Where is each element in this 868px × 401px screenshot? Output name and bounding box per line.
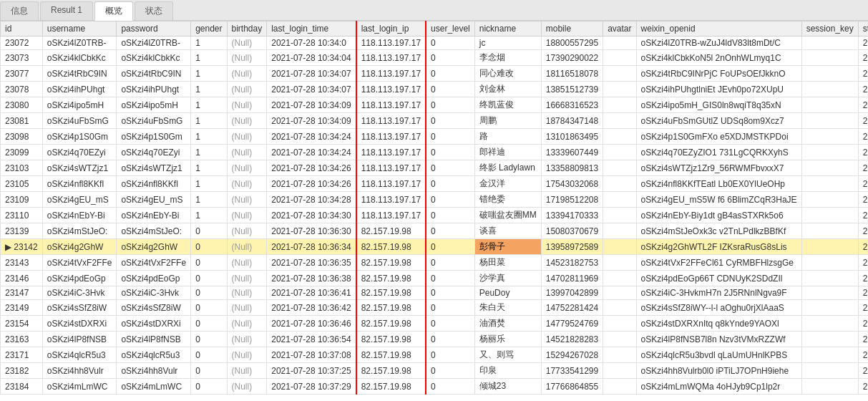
col-header-gender: gender <box>191 21 227 37</box>
cell-status: 2 <box>858 286 868 300</box>
cell-username: oSKzi4q70EZyi <box>42 145 117 160</box>
cell-birthday: (Null) <box>227 145 267 160</box>
cell-username: oSKzi4pdEoGp <box>42 271 117 286</box>
table-row[interactable]: 23081oSKzi4uFbSmGoSKzi4uFbSmG1(Null)2021… <box>1 113 869 129</box>
cell-last_login_time: 2021-07-28 10:37:29 <box>267 379 356 395</box>
cell-username: oSKzi4tRbC9IN <box>42 66 117 82</box>
table-row[interactable]: 23184oSKzi4mLmWCoSKzi4mLmWC0(Null)2021-0… <box>1 379 869 395</box>
cell-user_level: 0 <box>426 332 474 347</box>
cell-user_level: 0 <box>426 223 474 239</box>
cell-avatar <box>603 82 636 97</box>
cell-birthday: (Null) <box>227 363 267 379</box>
table-row[interactable]: 23146oSKzi4pdEoGpoSKzi4pdEoGp0(Null)2021… <box>1 271 869 286</box>
cell-gender: 1 <box>191 192 227 208</box>
cell-last_login_time: 2021-07-28 10:34:07 <box>267 82 356 97</box>
cell-last_login_ip: 118.113.197.17 <box>356 66 426 82</box>
cell-username: oSKzi4nfl8KKfl <box>42 176 117 192</box>
table-row[interactable]: 23105oSKzi4nfl8KKfloSKzi4nfl8KKfl1(Null)… <box>1 176 869 192</box>
table-row[interactable]: 23147oSKzi4iC-3HvkoSKzi4iC-3Hvk0(Null)20… <box>1 286 869 300</box>
cell-user_level: 0 <box>426 255 474 271</box>
cell-weixin_openid: oSKzi4hh8Vulrb0l0 iPTiLJ7OPnH9iehe <box>636 363 801 379</box>
cell-user_level: 0 <box>426 300 474 316</box>
cell-password: oSKzi4hh8Vulr <box>117 363 191 379</box>
cell-last_login_time: 2021-07-28 10:34:28 <box>267 192 356 208</box>
cell-last_login_ip: 118.113.197.17 <box>356 97 426 113</box>
cell-avatar <box>603 129 636 145</box>
cell-password: oSKzi4stDXRXi <box>117 316 191 332</box>
cell-avatar <box>603 332 636 347</box>
cell-username: oSKzi4lP8fNSB <box>42 332 117 347</box>
table-row[interactable]: 23077oSKzi4tRbC9INoSKzi4tRbC9IN1(Null)20… <box>1 66 869 82</box>
cell-id: 23109 <box>1 192 43 208</box>
cell-birthday: (Null) <box>227 316 267 332</box>
cell-weixin_openid: oSKzi4nEbY-Biy1dt gB4asSTXRk5o6 <box>636 208 801 223</box>
cell-nickname: 谈喜 <box>474 223 541 239</box>
tab-状态[interactable]: 状态 <box>135 1 173 20</box>
cell-gender: 1 <box>191 160 227 176</box>
cell-avatar <box>603 223 636 239</box>
table-row[interactable]: 23080oSKzi4ipo5mHoSKzi4ipo5mH1(Null)2021… <box>1 97 869 113</box>
table-row[interactable]: 23182oSKzi4hh8VulroSKzi4hh8Vulr0(Null)20… <box>1 363 869 379</box>
cell-status: 2 <box>858 82 868 97</box>
cell-username: oSKzi4qlcR5u3 <box>42 347 117 363</box>
cell-id: 23072 <box>1 37 43 50</box>
table-row[interactable]: 23072oSKzi4lZ0TRB-oSKzi4lZ0TRB-1(Null)20… <box>1 37 869 50</box>
cell-id: 23182 <box>1 363 43 379</box>
cell-username: oSKzi4klCbkKc <box>42 50 117 66</box>
table-row[interactable]: 23149oSKzi4sSfZ8iWoSKzi4sSfZ8iW0(Null)20… <box>1 300 869 316</box>
cell-weixin_openid: oSKzi4stDXRXnItq q8kYnde9YAOXl <box>636 316 801 332</box>
cell-gender: 0 <box>191 300 227 316</box>
table-row[interactable]: 23078oSKzi4ihPUhgtoSKzi4ihPUhgt1(Null)20… <box>1 82 869 97</box>
col-header-weixin_openid: weixin_openid <box>636 21 801 37</box>
cell-mobile: 17733541299 <box>541 363 603 379</box>
cell-weixin_openid: oSKzi4lZ0TRB-wZuJ4ldV83lt8mDt/C <box>636 37 801 50</box>
cell-id: 23105 <box>1 176 43 192</box>
cell-id: 23142 <box>1 239 43 255</box>
cell-password: oSKzi4ihPUhgt <box>117 82 191 97</box>
cell-nickname: 杨丽乐 <box>474 332 541 347</box>
table-row[interactable]: 23099oSKzi4q70EZyioSKzi4q70EZyi1(Null)20… <box>1 145 869 160</box>
cell-username: oSKzi4ihPUhgt <box>42 82 117 97</box>
table-row[interactable]: 23163oSKzi4lP8fNSBoSKzi4lP8fNSB0(Null)20… <box>1 332 869 347</box>
table-row[interactable]: 23154oSKzi4stDXRXioSKzi4stDXRXi0(Null)20… <box>1 316 869 332</box>
cell-avatar <box>603 97 636 113</box>
table-row[interactable]: 23110oSKzi4nEbY-BioSKzi4nEbY-Bi1(Null)20… <box>1 208 869 223</box>
cell-gender: 1 <box>191 82 227 97</box>
cell-status: 2 <box>858 97 868 113</box>
cell-birthday: (Null) <box>227 113 267 129</box>
cell-id: 23077 <box>1 66 43 82</box>
table-row[interactable]: 23142oSKzi4g2GhWoSKzi4g2GhW0(Null)2021-0… <box>1 239 869 255</box>
cell-session_key <box>801 271 858 286</box>
cell-last_login_ip: 118.113.197.17 <box>356 192 426 208</box>
tab-信息[interactable]: 信息 <box>0 1 39 20</box>
cell-user_level: 0 <box>426 160 474 176</box>
cell-password: oSKzi4nfl8KKfl <box>117 176 191 192</box>
cell-id: 23103 <box>1 160 43 176</box>
cell-user_level: 0 <box>426 50 474 66</box>
tab-Result-1[interactable]: Result 1 <box>40 1 93 20</box>
cell-birthday: (Null) <box>227 37 267 50</box>
cell-user_level: 0 <box>426 271 474 286</box>
cell-nickname: 刘金林 <box>474 82 541 97</box>
cell-avatar <box>603 316 636 332</box>
table-row[interactable]: 23073oSKzi4klCbkKcoSKzi4klCbkKc1(Null)20… <box>1 50 869 66</box>
tab-概览[interactable]: 概览 <box>94 1 133 21</box>
table-row[interactable]: 23139oSKzi4mStJeO:oSKzi4mStJeO:0(Null)20… <box>1 223 869 239</box>
cell-session_key <box>801 50 858 66</box>
cell-mobile: 17766864855 <box>541 379 603 395</box>
table-row[interactable]: 23143oSKzi4tVxF2FFeoSKzi4tVxF2FFe0(Null)… <box>1 255 869 271</box>
cell-gender: 0 <box>191 316 227 332</box>
cell-last_login_time: 2021-07-28 10:34:09 <box>267 113 356 129</box>
table-row[interactable]: 23103oSKzi4sWTZjz1oSKzi4sWTZjz11(Null)20… <box>1 160 869 176</box>
cell-gender: 0 <box>191 363 227 379</box>
table-row[interactable]: 23171oSKzi4qlcR5u3oSKzi4qlcR5u30(Null)20… <box>1 347 869 363</box>
cell-last_login_ip: 82.157.19.98 <box>356 316 426 332</box>
cell-last_login_ip: 118.113.197.17 <box>356 129 426 145</box>
cell-last_login_time: 2021-07-28 10:37:25 <box>267 363 356 379</box>
table-row[interactable]: 23098oSKzi4p1S0GmoSKzi4p1S0Gm1(Null)2021… <box>1 129 869 145</box>
table-row[interactable]: 23109oSKzi4gEU_mSoSKzi4gEU_mS1(Null)2021… <box>1 192 869 208</box>
cell-last_login_time: 2021-07-28 10:34:26 <box>267 176 356 192</box>
cell-birthday: (Null) <box>227 332 267 347</box>
cell-gender: 0 <box>191 347 227 363</box>
cell-session_key <box>801 208 858 223</box>
